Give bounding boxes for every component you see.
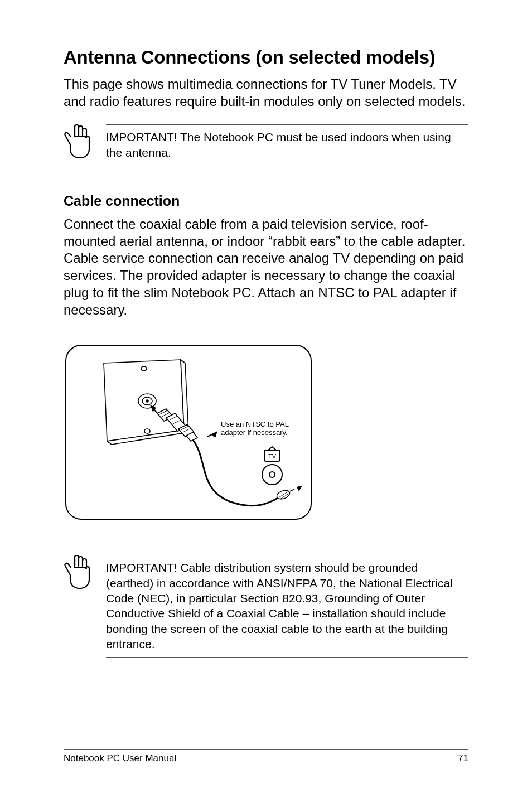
cable-connection-diagram: Use an NTSC to PAL adapter if necessary.…: [64, 343, 313, 521]
svg-line-16: [290, 489, 294, 491]
note-2-text: IMPORTANT! Cable distribution system sho…: [106, 560, 468, 651]
svg-text:TV: TV: [268, 453, 277, 460]
diagram-label-1: Use an NTSC to PAL: [221, 420, 289, 428]
page-footer: Notebook PC User Manual 71: [64, 749, 468, 764]
page-heading: Antenna Connections (on selected models): [64, 47, 468, 68]
svg-point-5: [146, 400, 148, 402]
important-note-1: IMPORTANT! The Notebook PC must be used …: [64, 124, 468, 166]
stop-hand-icon: [64, 124, 94, 159]
page-number: 71: [458, 753, 468, 764]
intro-paragraph: This page shows multimedia connections f…: [64, 76, 468, 110]
svg-marker-17: [297, 486, 302, 491]
subheading: Cable connection: [64, 193, 468, 209]
svg-point-22: [262, 465, 282, 485]
svg-point-2: [144, 429, 150, 433]
note-1-text: IMPORTANT! The Notebook PC must be used …: [106, 129, 468, 160]
footer-title: Notebook PC User Manual: [64, 753, 176, 764]
body-paragraph: Connect the coaxial cable from a paid te…: [64, 216, 468, 318]
svg-point-23: [269, 472, 275, 477]
stop-hand-icon: [64, 555, 94, 590]
important-note-2: IMPORTANT! Cable distribution system sho…: [64, 555, 468, 658]
svg-point-1: [141, 366, 147, 371]
diagram-label-2: adapter if necessary.: [221, 428, 288, 437]
